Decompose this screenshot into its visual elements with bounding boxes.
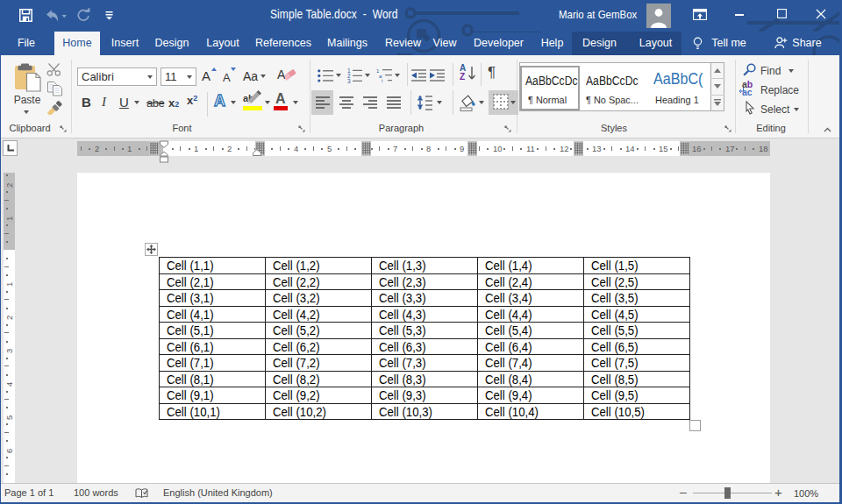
svg-text:3: 3	[347, 78, 351, 83]
svg-text:i: i	[382, 78, 382, 82]
